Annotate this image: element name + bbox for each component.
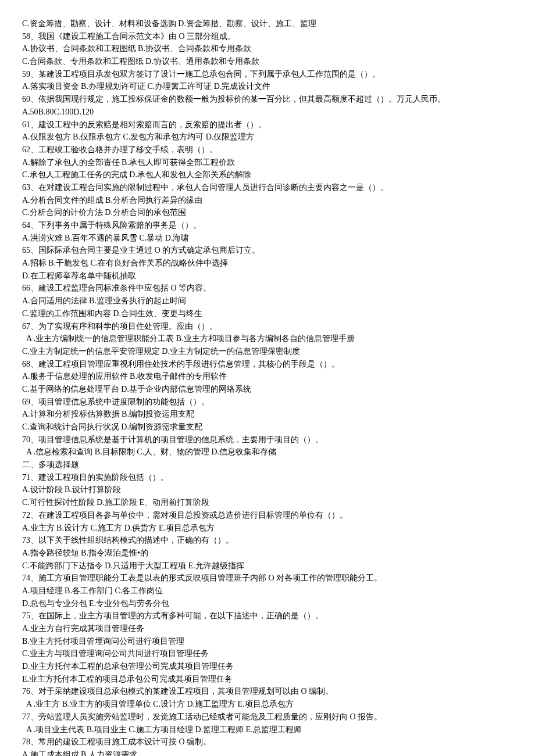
text-line: A .业主方 B.业主方的项目管理单位 C.设计方 D.施工监理方 E.项目总承… [22, 698, 513, 711]
text-line: 63、在对建设工程合同实施的限制过程中，承包人合同管理人员进行合同诊断的主要内容… [22, 181, 513, 194]
text-line: 二、多项选择题 [22, 458, 513, 471]
text-line: C.监理的工作范围和内容 D.合同生效、变更与终生 [22, 307, 513, 320]
text-line: 65、国际际承包合同主要是业主通过 O 的方式确定承包商后订立。 [22, 244, 513, 257]
text-line: C.业主方与项目管理询问公司共同进行项目管理任务 [22, 647, 513, 660]
text-line: 67、为了实现有序和科学的项目住处管理。应由（）。 [22, 320, 513, 333]
text-line: 75、在国际上，业主方项目管理的方式有多种可能，在以下描述中，正确的是（）。 [22, 610, 513, 622]
text-line: A.50B.80C.100D.120 [22, 106, 513, 119]
text-line: D.在工程师举荐名单中随机抽取 [22, 270, 513, 282]
text-line: B.业主方托付项目管埋询问公司进行项目管理 [22, 635, 513, 648]
document-body: C.资金筹措、勘察、设计、材料和设备选购 D.资金筹措、勘察、设计、施工、监理5… [22, 17, 513, 756]
text-line: 78、常用的建设工程项目施工成本设计可按 O 编制。 [22, 736, 513, 748]
text-line: C.基于网络的信息处理平台 D.基于企业内部信息管理的网络系统 [22, 383, 513, 396]
text-line: 77、旁站监理人员实施旁站监理时，发觉施工活动已经或者可能危及工程质量的，应刚好… [22, 711, 513, 723]
text-line: 73、以下关于线性组织结构模式的描述中，正确的有（）。 [22, 534, 513, 547]
text-line: 60、依据我国现行规定，施工投标保证金的数额一般为投标价的某一百分比，但其最高额… [22, 93, 513, 106]
text-line: 59、某建设工程项目承发包双方签订了设计一施工总承包合同，下列属于承包人工作范围… [22, 68, 513, 81]
text-line: 61、建设工程中的反索赔是相对索赔而言的，反索赔的提出者（）。 [22, 119, 513, 131]
text-line: 70、项目管理信息系统是基于计算机的项目管理的信息系统，主要用于项目的（）。 [22, 433, 513, 446]
text-line: C.承包人工程施工任务的完成 D.承包人和发包人全部关系的解除 [22, 169, 513, 181]
text-line: C.资金筹措、勘察、设计、材料和设备选购 D.资金筹措、勘察、设计、施工、监理 [22, 17, 513, 30]
text-line: A.招标 B.干脆发包 C.在有良好合作关系的战略伙伴中选择 [22, 257, 513, 270]
text-line: C.合同条款、专用条款和工程图纸 D.协议书、通用条款和专用条款 [22, 55, 513, 68]
text-line: 68、建设工程项目管理应重视利用住处技术的手段进行信息管理，其核心的手段是（）。 [22, 358, 513, 371]
text-line: A.协议书、合同条款和工程图纸 B.协议书、合同条款和专用条款 [22, 42, 513, 55]
text-line: 71、建设工程项目的实施阶段包括（）。 [22, 471, 513, 484]
text-line: A .信息检索和查询 B.目标限制 C.人、财、物的管理 D.信息收集和存储 [22, 446, 513, 458]
text-line: A .项目业主代表 B.项目业主 C.施工方项目经理 D.监理工程师 E.总监理… [22, 723, 513, 736]
text-line: A.落实项目资金 B.办理规划许可证 C.办理篱工许可证 D.完成设计文件 [22, 80, 513, 93]
text-line: E.业主方托付本工程的项目总承包公司完成其项目管理任务 [22, 673, 513, 686]
text-line: D.总包与专业分包 E.专业分包与劳务分包 [22, 597, 513, 610]
text-line: A.仅限发包方 B.仅限承包方 C.发包方和承包方均可 D.仅限监理方 [22, 131, 513, 144]
text-line: 69、项目管理信息系统中进度限制的功能包括（）。 [22, 396, 513, 409]
text-line: D.业主方托付本工程的总承包管理公司完成其项目管理任务 [22, 660, 513, 673]
text-line: C.业主方制定统一的信息平安管理规定 D.业主方制定统一的信息管理保密制度 [22, 345, 513, 358]
text-line: A.设计阶段 B.设计打算阶段 [22, 483, 513, 496]
text-line: A.项目经理 B.各工作部门 C.各工作岗位 [22, 585, 513, 597]
text-line: 64、下列事务中属于特殊风险索赔的事务是（）。 [22, 219, 513, 232]
text-line: 72、在建设工程项目各参与单位中，需对项目总投资或总造价进行目标管理的单位有（）… [22, 509, 513, 522]
text-line: A.业主方自行完成其项目管理任务 [22, 622, 513, 635]
text-line: 74、施工方项目管理职能分工表是以表的形式反映项目管理班子内部 O 对各项工作的… [22, 572, 513, 585]
text-line: A.指令路径较短 B.指令湖泊是惟•的 [22, 547, 513, 560]
text-line: 62、工程竣工验收合格并办理了移交手续，表明（）。 [22, 144, 513, 156]
text-line: A.解除了承包人的全部责任 B.承包人即可获得全部工程价款 [22, 156, 513, 169]
text-line: 66、建设工程监理合同标准条件中应包括 O 等内容。 [22, 282, 513, 295]
text-line: 58、我国《建设工程施工合同示范文本》由 O 三部分组成。 [22, 30, 513, 43]
text-line: A.合同适用的法律 B.监理业务执行的起止时间 [22, 295, 513, 307]
text-line: C.不能跨部门下达指令 D.只适用于大型工程项 E.允许越级指挥 [22, 560, 513, 572]
text-line: C.可行性探讨性阶段 D.施工阶段 E、动用前打算阶段 [22, 496, 513, 509]
text-line: C.分析合同的计价方法 D.分析合同的承包范围 [22, 206, 513, 219]
text-line: A.洪涝灾难 B.百年不遇的暴风雪 C.暴动 D.海啸 [22, 232, 513, 245]
text-line: A.计算和分析投标估算数据 B.编制投资运用支配 [22, 408, 513, 421]
text-line: A.施工成本组成 B.人力资源需求 [22, 748, 513, 756]
text-line: C.查询和统计合同执行状况 D.编制资源需求量支配 [22, 421, 513, 433]
text-line: A.业主方 B.设计方 C.施工方 D.供货方 E.项目总承包方 [22, 522, 513, 535]
text-line: A.分析合同文件的组成 B.分析合同执行差异的缘由 [22, 194, 513, 207]
text-line: A.服务于信息处理的应用软件 B.收发电子邮件的专用软件 [22, 370, 513, 383]
text-line: A .业主方编制统一的信息管理职能分工表 B.业主方和项目参与各方编制各自的信息… [22, 332, 513, 345]
text-line: 76、对于采纳建设项目总承包模式的某建设工程项目，其项目管理规划可以由 O 编制… [22, 685, 513, 698]
